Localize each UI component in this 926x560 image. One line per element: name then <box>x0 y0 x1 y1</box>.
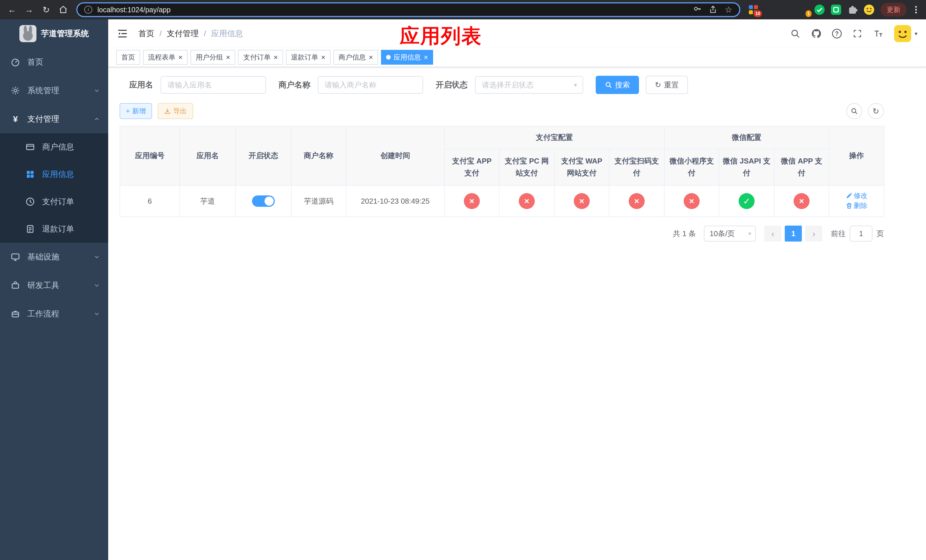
tab-pay-order[interactable]: 支付订单 × <box>238 50 283 65</box>
prev-page-button[interactable]: ‹ <box>764 226 781 242</box>
chevron-down-icon <box>94 310 100 317</box>
browser-back-icon[interactable]: ← <box>5 2 20 17</box>
tab-home[interactable]: 首页 <box>116 50 140 65</box>
add-button-label: 新增 <box>132 106 146 116</box>
breadcrumb-home[interactable]: 首页 <box>138 28 154 39</box>
browser-forward-icon[interactable]: → <box>22 2 36 17</box>
dashboard-icon <box>10 57 21 67</box>
close-icon[interactable]: × <box>273 53 278 61</box>
sidebar-item-home[interactable]: 首页 <box>0 48 108 76</box>
page-annotation-title: 应用列表 <box>400 23 482 50</box>
fullscreen-icon[interactable] <box>852 28 863 39</box>
browser-menu-icon[interactable] <box>913 5 919 15</box>
extensions-grid-icon[interactable]: 10 <box>748 5 758 15</box>
breadcrumb: 首页 / 支付管理 / 应用信息 <box>138 28 243 39</box>
site-info-icon[interactable]: i <box>84 6 92 14</box>
tab-merchant-info[interactable]: 商户信息 × <box>333 50 378 65</box>
sidebar-item-system[interactable]: 系统管理 <box>0 76 108 105</box>
sidebar-item-app-info[interactable]: 应用信息 <box>0 160 108 188</box>
app-name-label: 应用名 <box>129 79 153 90</box>
sidebar-item-infrastructure[interactable]: 基础设施 <box>0 243 108 271</box>
payment-submenu: 商户信息 应用信息 支付订单 <box>0 133 108 243</box>
monitor-icon <box>10 252 21 262</box>
app-logo[interactable]: 芋道管理系统 <box>0 20 108 48</box>
col-created: 创建时间 <box>346 126 445 185</box>
export-button[interactable]: 导出 <box>158 103 193 119</box>
font-size-icon[interactable] <box>873 28 884 39</box>
close-icon[interactable]: × <box>424 53 428 61</box>
document-icon <box>25 224 35 234</box>
devtools-extension-icon[interactable] <box>831 5 841 15</box>
sidebar-item-label: 支付订单 <box>42 196 74 207</box>
password-key-icon[interactable] <box>693 5 701 14</box>
sidebar-item-pay-order[interactable]: 支付订单 <box>0 188 108 215</box>
edit-link[interactable]: 修改 <box>846 191 867 200</box>
sidebar-item-payment[interactable]: ¥ 支付管理 <box>0 105 108 133</box>
sidebar-item-workflow[interactable]: 工作流程 <box>0 300 108 328</box>
breadcrumb-current: 应用信息 <box>211 28 243 39</box>
page-size-select[interactable]: 10条/页 ▾ <box>704 226 756 242</box>
browser-update-button[interactable]: 更新 <box>881 3 906 17</box>
search-button[interactable]: 搜索 <box>596 76 639 94</box>
wechat-extension-icon[interactable] <box>814 5 825 15</box>
puzzle-extension-icon[interactable] <box>847 5 858 15</box>
close-icon[interactable]: × <box>369 53 373 61</box>
briefcase-icon <box>10 309 21 319</box>
share-icon[interactable] <box>709 5 717 14</box>
reset-button[interactable]: ↻ 重置 <box>646 76 688 94</box>
merchant-name-label: 商户名称 <box>278 79 310 90</box>
bookmark-star-icon[interactable]: ☆ <box>725 5 732 14</box>
group-wechat-config: 微信配置 <box>664 126 829 149</box>
address-bar[interactable]: i localhost:1024/pay/app ☆ <box>76 2 740 17</box>
status-select[interactable]: 请选择开启状态 ▾ <box>475 76 583 94</box>
chevron-down-icon: ▾ <box>748 230 751 237</box>
status-select-placeholder: 请选择开启状态 <box>482 80 534 90</box>
refresh-icon: ↻ <box>655 81 661 89</box>
delete-link[interactable]: 删除 <box>846 201 867 210</box>
avatar[interactable] <box>894 25 911 42</box>
smiley-extension-icon[interactable] <box>864 5 874 15</box>
sidebar-item-refund-order[interactable]: 退款订单 <box>0 215 108 243</box>
tab-app-info[interactable]: 应用信息 × <box>381 50 433 65</box>
browser-reload-icon[interactable]: ↻ <box>39 2 53 17</box>
cell-merchant: 芋道源码 <box>291 185 346 217</box>
sidebar-item-devtools[interactable]: 研发工具 <box>0 271 108 300</box>
next-page-button[interactable]: › <box>805 226 822 242</box>
tab-process-form[interactable]: 流程表单 × <box>143 50 188 65</box>
yen-icon: ¥ <box>10 114 21 124</box>
close-icon[interactable]: × <box>178 53 183 61</box>
cell-created-at: 2021-10-23 08:49:25 <box>346 185 445 217</box>
tab-user-group[interactable]: 用户分组 × <box>191 50 235 65</box>
refresh-icon: ↻ <box>873 106 879 116</box>
github-icon[interactable] <box>811 28 822 39</box>
profile-extension-icon[interactable]: 1 <box>798 5 808 15</box>
close-icon[interactable]: × <box>321 53 325 61</box>
toggle-search-button[interactable] <box>846 103 862 119</box>
extension-icon[interactable] <box>781 5 791 15</box>
tab-refund-order[interactable]: 退款订单 × <box>286 50 331 65</box>
browser-home-icon[interactable] <box>56 2 71 17</box>
browser-chrome: ← → ↻ i localhost:1024/pay/app ☆ 10 1 <box>0 0 926 20</box>
user-menu[interactable]: ▾ <box>894 25 917 42</box>
current-page-button[interactable]: 1 <box>785 226 802 242</box>
help-icon[interactable]: ? <box>832 29 842 38</box>
extension-icon[interactable] <box>765 5 775 15</box>
clock-circle-icon <box>25 197 35 207</box>
chevron-down-icon <box>94 254 100 260</box>
search-icon[interactable] <box>790 28 801 39</box>
sidebar-collapse-icon[interactable] <box>117 28 128 39</box>
chevron-down-icon <box>94 87 100 94</box>
url-text[interactable]: localhost:1024/pay/app <box>97 6 688 14</box>
sidebar-item-merchant-info[interactable]: 商户信息 <box>0 133 108 160</box>
refresh-table-button[interactable]: ↻ <box>868 103 884 119</box>
logo-image <box>20 25 36 42</box>
status-toggle[interactable] <box>252 195 275 207</box>
merchant-name-input[interactable] <box>318 76 423 94</box>
add-button[interactable]: + 新增 <box>120 103 152 119</box>
profile-badge: 1 <box>805 10 811 17</box>
app-name-input[interactable] <box>160 76 266 94</box>
plus-icon: + <box>126 107 130 115</box>
close-icon[interactable]: × <box>226 53 230 61</box>
breadcrumb-payment[interactable]: 支付管理 <box>167 28 199 39</box>
goto-page-input[interactable] <box>850 226 873 242</box>
